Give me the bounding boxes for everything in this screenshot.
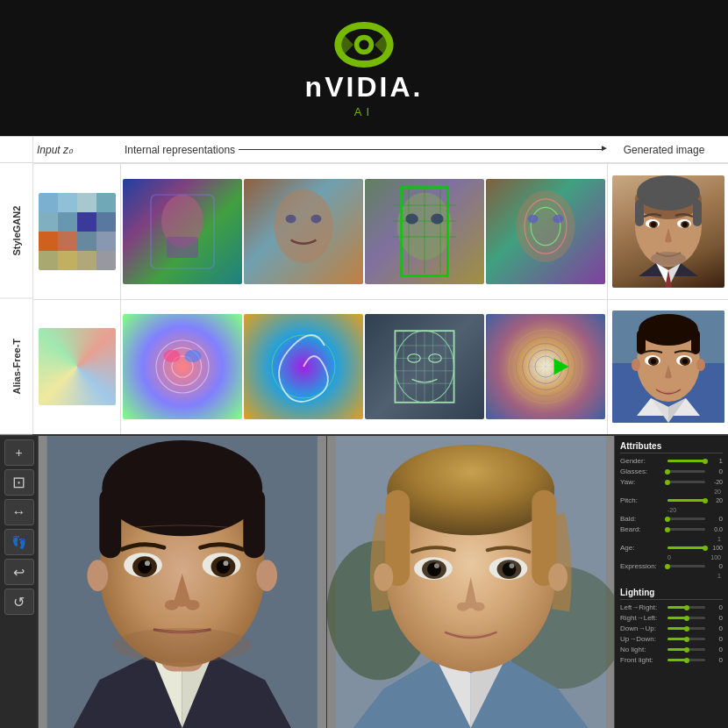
svg-point-95 <box>165 600 179 610</box>
internal-col-header: Internal representations <box>125 144 603 156</box>
svg-point-15 <box>405 213 418 224</box>
attributes-section-title: Attributes <box>620 441 723 453</box>
input-col-header: Input z₀ <box>37 144 125 156</box>
age-value: 100 <box>707 545 723 551</box>
gender-label: Gender: <box>620 457 666 465</box>
undo-button[interactable]: ↩ <box>4 559 34 585</box>
light-left-right-slider[interactable] <box>667 606 705 609</box>
flip-button[interactable]: ↔ <box>4 499 34 525</box>
age-label: Age: <box>620 544 666 552</box>
stylegan2-rep-1 <box>123 179 242 284</box>
stylegan2-internal-cells <box>121 164 607 299</box>
gender-value: 1 <box>707 457 723 465</box>
light-down-up-row: Down→Up: 0 <box>620 625 723 632</box>
svg-rect-70 <box>691 330 700 354</box>
bald-value: 0 <box>707 515 723 523</box>
stylegan2-generated-face <box>612 175 724 288</box>
face-panel-right <box>327 436 615 728</box>
svg-point-33 <box>682 222 688 227</box>
viz-content: Input z₀ Internal representations Genera… <box>33 137 728 434</box>
light-up-down-slider[interactable] <box>667 638 705 640</box>
aliasfree-input-gradient <box>39 328 116 405</box>
light-right-left-label: Right→Left: <box>620 614 666 622</box>
light-down-up-label: Down→Up: <box>620 625 666 632</box>
pitch-label: Pitch: <box>620 496 666 504</box>
footprint-button[interactable]: 👣 <box>4 529 34 555</box>
stylegan2-rep-4 <box>486 179 605 284</box>
svg-point-114 <box>434 563 439 568</box>
svg-point-106 <box>374 563 393 591</box>
header: nVIDIA. AI <box>0 0 728 136</box>
visualization-panel: StyleGAN2 Alias-Free-T Input z₀ Internal… <box>0 136 728 434</box>
expression-value: 0 <box>707 562 723 570</box>
stylegan2-generated-cell <box>607 164 728 299</box>
svg-point-82 <box>102 440 262 536</box>
glasses-value: 0 <box>707 467 723 475</box>
svg-point-21 <box>528 215 539 224</box>
age-slider[interactable] <box>667 546 705 549</box>
aliasfree-label: Alias-Free-T <box>0 299 32 435</box>
left-toolbar: + ⊡ ↔ 👣 ↩ ↺ <box>0 436 39 728</box>
stylegan2-input-cell <box>33 164 121 299</box>
svg-point-7 <box>310 215 321 224</box>
redo-button[interactable]: ↺ <box>4 589 34 615</box>
gender-control-row: Gender: 1 <box>620 457 723 465</box>
svg-rect-26 <box>635 200 644 226</box>
light-right-left-slider[interactable] <box>667 617 705 619</box>
reset-view-button[interactable]: ⊡ <box>4 469 34 496</box>
svg-point-5 <box>274 189 332 263</box>
stylegan2-rep-3 <box>365 179 484 284</box>
svg-rect-69 <box>637 330 646 354</box>
bald-slider[interactable] <box>667 517 705 520</box>
stylegan2-row <box>33 163 728 299</box>
gender-slider[interactable] <box>667 460 705 462</box>
row-labels-column: StyleGAN2 Alias-Free-T <box>0 137 33 434</box>
light-up-down-value: 0 <box>707 635 723 643</box>
yaw-value: -20 <box>707 479 723 485</box>
yaw-control-row: Yaw: -20 <box>620 478 723 486</box>
svg-point-117 <box>472 603 484 611</box>
svg-point-96 <box>186 600 200 610</box>
beard-slider[interactable] <box>667 528 705 531</box>
light-left-right-value: 0 <box>707 603 723 611</box>
light-left-right-label: Left→Right: <box>620 603 666 611</box>
glasses-slider[interactable] <box>667 470 705 473</box>
svg-point-107 <box>548 563 567 591</box>
svg-point-40 <box>184 350 201 362</box>
aliasfree-internal-cells <box>121 300 607 435</box>
light-none-row: No light: 0 <box>620 646 723 653</box>
light-none-slider[interactable] <box>667 648 705 651</box>
stylegan2-rep-2 <box>244 179 363 284</box>
svg-point-115 <box>509 563 514 568</box>
zoom-in-button[interactable]: + <box>4 439 34 466</box>
lighting-section-title: Lighting <box>620 588 723 600</box>
aliasfree-input-cell <box>33 300 121 435</box>
expression-slider[interactable] <box>667 565 705 567</box>
ai-label-text: AI <box>354 105 374 118</box>
face-left-image <box>39 436 326 728</box>
svg-point-6 <box>286 215 296 224</box>
expression-control-row: Expression: 0 <box>620 562 723 570</box>
bottom-panel: + ⊡ ↔ 👣 ↩ ↺ <box>0 434 728 728</box>
pitch-slider[interactable] <box>667 499 705 502</box>
faces-display-area <box>39 436 614 728</box>
light-front-label: Front light: <box>620 656 666 664</box>
svg-point-103 <box>387 445 554 535</box>
svg-point-25 <box>637 175 700 211</box>
light-up-down-label: Up→Down: <box>620 635 666 643</box>
light-front-slider[interactable] <box>667 659 705 661</box>
nvidia-brand-text: nVIDIA. <box>305 71 424 103</box>
light-down-up-slider[interactable] <box>667 627 705 630</box>
age-control-row: Age: 100 <box>620 544 723 552</box>
svg-point-22 <box>553 215 563 224</box>
face-panel-left <box>39 436 327 728</box>
glasses-label: Glasses: <box>620 467 666 475</box>
yaw-slider[interactable] <box>667 481 705 483</box>
beard-control-row: Beard: 0.0 <box>620 525 723 533</box>
viz-rows <box>33 163 728 434</box>
svg-rect-84 <box>243 489 265 559</box>
svg-rect-4 <box>167 237 198 258</box>
aliasfree-rep-1 <box>123 314 242 419</box>
svg-rect-27 <box>693 200 702 226</box>
svg-point-39 <box>163 350 180 362</box>
